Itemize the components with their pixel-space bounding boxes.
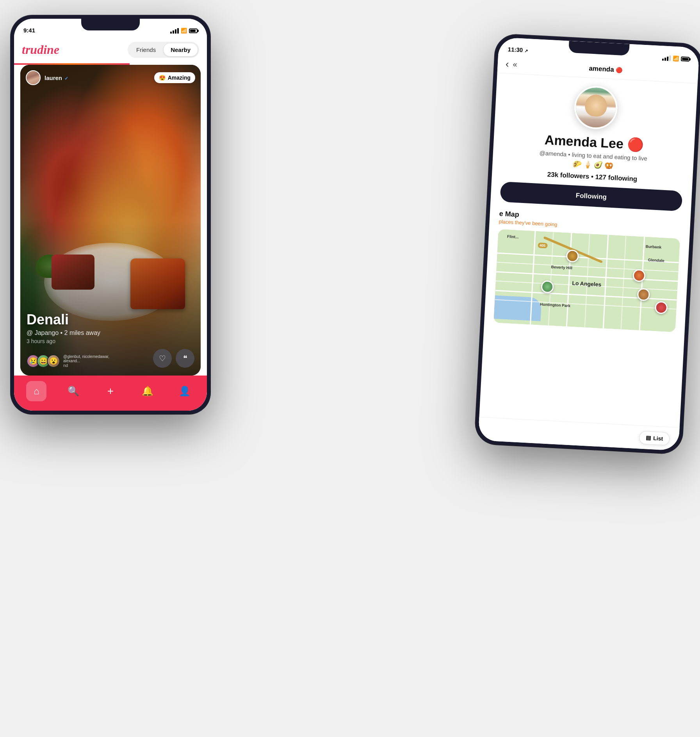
user-info: lauren ✓ [26, 70, 68, 85]
post-content: Denali @ Japango • 2 miles away 3 hours … [27, 312, 194, 344]
map-section: e Map places they've been going [484, 209, 690, 333]
status-icons-2: 📶 [662, 55, 690, 62]
map-label-flint: Flint... [507, 234, 519, 239]
map-background: 405 Burbank Glendale Beverly Hill Lo Ang… [493, 229, 680, 332]
location-info: @ Japango • 2 miles away [27, 329, 194, 336]
tab-nearby[interactable]: Nearby [164, 43, 198, 56]
reaction-badge[interactable]: 😍 Amazing [154, 72, 195, 83]
signal-icon-2 [662, 55, 671, 61]
bell-icon: 🔔 [142, 386, 153, 397]
nav-home[interactable]: ⌂ [26, 381, 46, 401]
progress-bar-1 [14, 63, 207, 65]
heart-icon: ♡ [159, 354, 166, 363]
reaction-label: Amazing [168, 75, 191, 81]
post-avatar [26, 70, 41, 85]
follow-button[interactable]: Following [500, 182, 682, 211]
tab-switch-1[interactable]: Friends Nearby [128, 42, 199, 58]
app-header-1: trudine Friends Nearby [14, 36, 207, 63]
wifi-icon-2: 📶 [673, 55, 679, 62]
profile-content: Amenda Lee 🔴 @amenda • living to eat and… [479, 73, 697, 427]
nav-profile[interactable]: 👤 [175, 381, 195, 401]
verified-red-dot: 🔴 [616, 67, 623, 73]
list-view-button[interactable]: ▤ List [639, 431, 670, 445]
post-username: lauren ✓ [45, 75, 68, 81]
notch1 [81, 19, 140, 30]
signal-icon-1 [170, 28, 179, 34]
phone1: 9:41 📶 trudine [11, 16, 210, 414]
back-arrow-btn[interactable]: ‹ [505, 58, 509, 70]
reactors-section: 😢 😄 😮 @glenbut, nicolemedawar, alexand..… [27, 354, 110, 368]
verified-checkmark: ✓ [64, 76, 68, 81]
list-icon: ▤ [646, 434, 651, 441]
status-time-2: 11:30 ↗ [508, 46, 528, 53]
nav-notifications[interactable]: 🔔 [137, 381, 158, 401]
wifi-icon-1: 📶 [181, 28, 187, 34]
profile-icon: 👤 [179, 386, 191, 397]
quote-icon: ❝ [183, 354, 187, 363]
action-buttons[interactable]: ♡ ❝ [153, 349, 194, 368]
map-container[interactable]: 405 Burbank Glendale Beverly Hill Lo Ang… [493, 229, 680, 332]
feed-card-1: lauren ✓ 😍 Amazing Denali @ Japango • 2 … [20, 65, 201, 376]
status-time-1: 9:41 [23, 27, 35, 34]
app-logo-1: trudine [22, 43, 59, 57]
progress-bar-fill [14, 63, 130, 65]
map-label-glendale: Glendale [648, 258, 664, 263]
search-icon: 🔍 [68, 386, 79, 397]
plus-icon: + [107, 385, 114, 397]
battery-icon-1 [189, 28, 198, 33]
battery-icon-2 [681, 56, 690, 61]
location-arrow-icon: ↗ [524, 48, 528, 53]
reactor-names: @glenbut, nicolemedawar, alexand... nd [63, 354, 110, 368]
avatar-section [495, 73, 698, 134]
list-label: List [653, 435, 663, 441]
phone2: 11:30 ↗ 📶 ‹ [475, 34, 700, 454]
user-overlay: lauren ✓ 😍 Amazing [26, 70, 195, 85]
comment-button[interactable]: ❝ [176, 349, 194, 368]
bottom-nav-1: ⌂ 🔍 + 🔔 👤 [14, 376, 207, 411]
reaction-emoji: 😍 [159, 75, 166, 81]
nav-add[interactable]: + [100, 381, 121, 401]
profile-verified-emoji: 🔴 [627, 137, 644, 152]
map-label-burbank: Burbank [645, 244, 661, 249]
like-button[interactable]: ♡ [153, 349, 172, 368]
double-chevron-icon[interactable]: « [513, 60, 517, 69]
home-icon: ⌂ [34, 386, 39, 397]
status-icons-1: 📶 [170, 28, 198, 34]
nav-search[interactable]: 🔍 [63, 381, 84, 401]
restaurant-name: Denali [27, 312, 194, 328]
profile-avatar [574, 85, 619, 130]
tab-friends[interactable]: Friends [129, 43, 163, 56]
time-ago: 3 hours ago [27, 338, 194, 344]
reactor-3: 😮 [47, 354, 60, 368]
profile-nav-title: amenda 🔴 [521, 61, 691, 78]
